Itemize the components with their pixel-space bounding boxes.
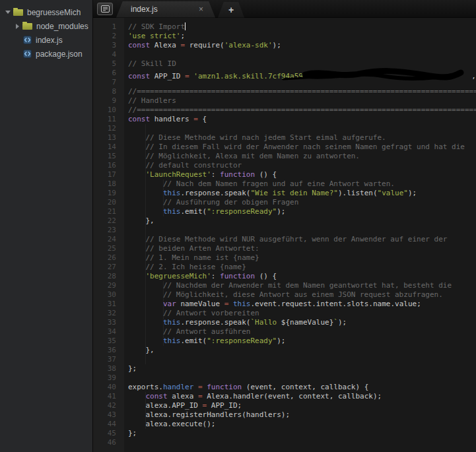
line-number: 14 bbox=[93, 143, 116, 152]
code-token: ` bbox=[333, 318, 338, 327]
tree-item-package.json[interactable]: package.json bbox=[0, 47, 92, 61]
code-token: nameValue bbox=[176, 300, 224, 308]
code-line[interactable]: // Diese Methode wird nach jedem Start e… bbox=[128, 133, 476, 143]
code-line[interactable]: 'begruesseMich': function () { bbox=[128, 272, 476, 281]
tree-item-begruesseMich[interactable]: begruesseMich bbox=[0, 5, 92, 19]
code-token: exports. bbox=[128, 383, 163, 391]
code-line[interactable]: const APP_ID = 'amzn1.ask.skill.7cf94a59… bbox=[128, 69, 476, 78]
chevron-down-icon[interactable] bbox=[4, 11, 12, 14]
redaction-scribble bbox=[303, 69, 463, 78]
code-token: APP_ID; bbox=[207, 401, 242, 410]
tree-item-index.js[interactable]: index.js bbox=[0, 33, 92, 47]
line-number: 6 bbox=[93, 69, 116, 78]
line-number: 17 bbox=[93, 170, 116, 179]
code-line[interactable]: // Diese Methode wird NUR ausgeführt, we… bbox=[128, 235, 476, 244]
close-icon[interactable]: × bbox=[199, 5, 203, 13]
code-line[interactable]: // Skill ID bbox=[128, 59, 476, 69]
code-token: alexa bbox=[168, 392, 198, 401]
code-line[interactable]: //======================================… bbox=[128, 106, 476, 115]
code-token: // In diesem Fall wird der Anwender nach… bbox=[128, 143, 465, 151]
code-token: "Wie ist dein Name?" bbox=[250, 189, 337, 197]
line-number: 44 bbox=[93, 420, 116, 429]
tree-item-node_modules[interactable]: node_modules bbox=[0, 19, 92, 33]
code-line[interactable]: // Möglichkeit, diese Antwort aus einem … bbox=[128, 290, 476, 300]
code-token: // Diese Methode wird NUR ausgeführt, we… bbox=[128, 235, 447, 243]
code-line[interactable]: //======================================… bbox=[128, 87, 476, 96]
code-line[interactable]: // 1. Mein name ist {name} bbox=[128, 253, 476, 263]
code-token: this bbox=[163, 318, 181, 327]
code-token: // Nach dem Namen fragen und auf eine An… bbox=[128, 179, 395, 188]
code-token: // Diese Methode wird nach jedem Start e… bbox=[128, 133, 386, 142]
code-token: var bbox=[163, 300, 176, 308]
code-token: }, bbox=[128, 346, 154, 354]
code-line[interactable] bbox=[128, 373, 476, 383]
code-area[interactable]: // SDK Import'use strict';const Alexa = … bbox=[124, 18, 476, 452]
line-number: 2 bbox=[93, 32, 116, 41]
code-line[interactable]: }; bbox=[128, 364, 476, 373]
tree-item-label: begruesseMich bbox=[27, 8, 81, 17]
code-line[interactable]: 'LaunchRequest': function () { bbox=[128, 170, 476, 179]
new-tab-button[interactable]: + bbox=[218, 2, 244, 18]
code-token: const bbox=[146, 392, 168, 401]
tree-item-label: package.json bbox=[36, 49, 83, 59]
code-line[interactable]: // Handlers bbox=[128, 96, 476, 106]
code-line[interactable]: this.response.speak("Wie ist dein Name?"… bbox=[128, 189, 476, 198]
code-line[interactable] bbox=[128, 226, 476, 235]
tab-index.js[interactable]: index.js× bbox=[116, 1, 215, 18]
code-line[interactable]: this.emit(":responseReady"); bbox=[128, 337, 476, 346]
line-number: 33 bbox=[93, 318, 116, 327]
code-line[interactable] bbox=[128, 438, 476, 447]
code-token: = bbox=[193, 115, 198, 123]
code-line[interactable]: alexa.execute(); bbox=[128, 420, 476, 429]
code-line[interactable]: alexa.registerHandlers(handlers); bbox=[128, 410, 476, 420]
code-line[interactable]: // Nachdem der Anwender mit dem Namen ge… bbox=[128, 281, 476, 290]
folder-icon bbox=[22, 23, 32, 30]
code-line[interactable]: // Antwort vorbereiten bbox=[128, 309, 476, 318]
code-line[interactable]: }, bbox=[128, 346, 476, 355]
code-line[interactable]: // Möglichkeit, Alexa mit dem Namen zu a… bbox=[128, 152, 476, 161]
code-token: // Möglichkeit, Alexa mit dem Namen zu a… bbox=[128, 152, 360, 160]
code-line[interactable]: // beiden Arten Antwortet: bbox=[128, 244, 476, 253]
code-line[interactable]: const handlers = { bbox=[128, 115, 476, 124]
code-line[interactable]: // 2. Ich heisse {name} bbox=[128, 263, 476, 272]
text-caret bbox=[185, 22, 186, 30]
code-line[interactable]: exports.handler = function (event, conte… bbox=[128, 383, 476, 392]
line-number: 42 bbox=[93, 401, 116, 410]
code-line[interactable]: this.response.speak(`Hallo ${nameValue}`… bbox=[128, 318, 476, 327]
code-line[interactable]: const Alexa = require('alexa-sdk'); bbox=[128, 41, 476, 50]
code-token: Alexa bbox=[150, 41, 180, 49]
line-number: 35 bbox=[93, 337, 116, 346]
chevron-right-icon[interactable] bbox=[13, 24, 21, 29]
code-line[interactable]: // Ausführung der obigen Fragen bbox=[128, 198, 476, 207]
code-token: : bbox=[211, 272, 220, 280]
code-line[interactable]: // Antwort ausführen bbox=[128, 327, 476, 337]
code-line[interactable]: // In diesem Fall wird der Anwender nach… bbox=[128, 143, 476, 152]
code-token: function bbox=[220, 170, 255, 179]
code-line[interactable]: // Nach dem Namen fragen und auf eine An… bbox=[128, 179, 476, 189]
line-number: 19 bbox=[93, 189, 116, 198]
code-line[interactable]: this.emit(":responseReady"); bbox=[128, 207, 476, 216]
code-line[interactable] bbox=[128, 124, 476, 133]
open-files-toggle-button[interactable] bbox=[97, 3, 113, 15]
code-token: // Skill ID bbox=[128, 59, 176, 68]
line-number: 36 bbox=[93, 346, 116, 355]
code-line[interactable] bbox=[128, 355, 476, 364]
code-line[interactable]: // SDK Import bbox=[128, 22, 476, 32]
code-token: require( bbox=[185, 41, 224, 49]
code-line[interactable]: }; bbox=[128, 429, 476, 438]
tab-bar: index.js× + bbox=[93, 0, 476, 18]
code-token: `Hallo bbox=[250, 318, 281, 327]
code-token: 'LaunchRequest' bbox=[146, 170, 211, 179]
line-number: 10 bbox=[93, 106, 116, 115]
code-line[interactable]: 'use strict'; bbox=[128, 32, 476, 41]
code-line[interactable]: const alexa = Alexa.handler(event, conte… bbox=[128, 392, 476, 401]
code-line[interactable]: var nameValue = this.event.request.inten… bbox=[128, 300, 476, 309]
code-line[interactable]: alexa.APP_ID = APP_ID; bbox=[128, 401, 476, 410]
code-token: this bbox=[163, 337, 181, 345]
code-line[interactable]: }, bbox=[128, 216, 476, 226]
code-line[interactable] bbox=[128, 50, 476, 59]
code-token: // Handlers bbox=[128, 96, 176, 105]
line-number: 22 bbox=[93, 216, 116, 226]
code-line[interactable]: // default constructor bbox=[128, 161, 476, 170]
code-token: 'alexa-sdk' bbox=[224, 41, 273, 49]
